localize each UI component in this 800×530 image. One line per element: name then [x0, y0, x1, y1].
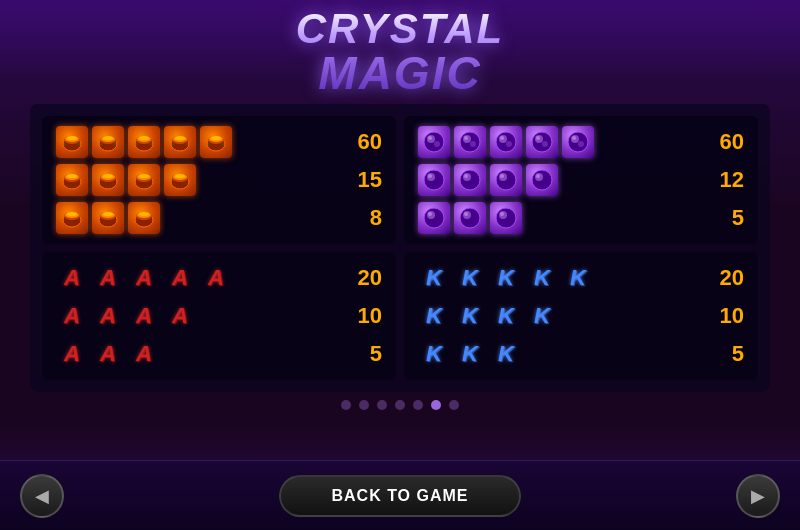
svg-point-60	[428, 136, 432, 140]
a-symbol: A	[92, 338, 124, 370]
svg-point-64	[464, 136, 468, 140]
pay-value: 5	[709, 341, 744, 367]
svg-point-45	[175, 174, 185, 178]
page-dot-5[interactable]	[413, 400, 423, 410]
orb-symbol	[418, 202, 450, 234]
cauldron-symbol	[92, 164, 124, 196]
a-symbol: A	[56, 300, 88, 332]
svg-point-49	[67, 212, 77, 216]
k-symbol: K	[454, 300, 486, 332]
svg-rect-5	[78, 142, 80, 146]
orb-symbol	[490, 164, 522, 196]
page-dot-7[interactable]	[449, 400, 459, 410]
orb-symbol	[562, 126, 594, 158]
svg-point-95	[464, 212, 468, 216]
svg-point-58	[424, 132, 444, 152]
svg-point-81	[460, 170, 480, 190]
a-symbol: A	[164, 300, 196, 332]
svg-point-87	[532, 170, 552, 190]
k-panel: K K K K K 20 K K K K 10 K	[404, 252, 758, 380]
orb-symbol	[526, 126, 558, 158]
cauldron-symbol	[128, 164, 160, 196]
a-symbol: A	[128, 338, 160, 370]
svg-point-73	[542, 141, 548, 147]
symbols-group	[56, 164, 196, 196]
svg-point-76	[572, 136, 576, 140]
k-symbol: K	[490, 262, 522, 294]
a-symbol: A	[200, 262, 232, 294]
svg-point-86	[500, 174, 504, 178]
symbols-group: K K K K	[418, 300, 558, 332]
pay-row: 5	[418, 202, 744, 234]
svg-rect-29	[222, 142, 224, 146]
a-symbol: A	[92, 262, 124, 294]
pay-row: K K K K K 20	[418, 262, 744, 294]
svg-point-93	[460, 208, 480, 228]
cauldron-symbol	[56, 202, 88, 234]
page-dot-3[interactable]	[377, 400, 387, 410]
svg-point-84	[496, 170, 516, 190]
pagination	[341, 400, 459, 410]
a-symbol: A	[128, 262, 160, 294]
pay-row: A A A 5	[56, 338, 382, 370]
cauldron-symbol	[128, 126, 160, 158]
cauldron-symbol	[164, 164, 196, 196]
svg-point-37	[103, 174, 113, 178]
page-dot-1[interactable]	[341, 400, 351, 410]
title-area: CRYSTAL MAGIC	[296, 8, 504, 96]
svg-point-57	[139, 212, 149, 216]
page-dot-4[interactable]	[395, 400, 405, 410]
pay-value: 5	[709, 205, 744, 231]
svg-rect-4	[64, 142, 66, 146]
svg-point-96	[496, 208, 516, 228]
a-symbol: A	[128, 300, 160, 332]
page-dot-6[interactable]	[431, 400, 441, 410]
k-symbol: K	[418, 300, 450, 332]
pay-value: 20	[347, 265, 382, 291]
pay-row: A A A A 10	[56, 300, 382, 332]
pay-value: 15	[347, 167, 382, 193]
orb-symbol	[490, 202, 522, 234]
svg-point-98	[500, 212, 504, 216]
orb-symbol	[418, 126, 450, 158]
back-to-game-button[interactable]: BACK TO GAME	[279, 475, 520, 517]
cauldron-panel: 60 15	[42, 116, 396, 244]
cauldron-symbol	[56, 164, 88, 196]
svg-point-83	[464, 174, 468, 178]
pay-row: 12	[418, 164, 744, 196]
symbols-group: K K K K K	[418, 262, 594, 294]
prev-button[interactable]: ◀	[20, 474, 64, 518]
symbols-group: A A A A A	[56, 262, 232, 294]
pay-row: K K K 5	[418, 338, 744, 370]
symbols-group	[56, 202, 160, 234]
pay-row: 15	[56, 164, 382, 196]
page-dot-2[interactable]	[359, 400, 369, 410]
pay-row: 60	[56, 126, 382, 158]
svg-rect-28	[208, 142, 210, 146]
a-symbol: A	[56, 338, 88, 370]
symbols-group	[418, 202, 522, 234]
paytable-area: 60 15	[30, 104, 770, 392]
svg-rect-17	[150, 142, 152, 146]
orb-symbol	[454, 202, 486, 234]
title-line2: MAGIC	[296, 50, 504, 96]
k-symbol: K	[454, 338, 486, 370]
svg-point-27	[211, 136, 221, 140]
next-button[interactable]: ▶	[736, 474, 780, 518]
k-symbol: K	[526, 300, 558, 332]
orb-symbol	[418, 164, 450, 196]
symbols-group	[418, 126, 594, 158]
svg-point-90	[424, 208, 444, 228]
pay-value: 12	[709, 167, 744, 193]
svg-rect-16	[136, 142, 138, 146]
game-title: CRYSTAL MAGIC	[296, 8, 504, 96]
a-panel: A A A A A 20 A A A A 10 A	[42, 252, 396, 380]
svg-point-89	[536, 174, 540, 178]
svg-point-69	[506, 141, 512, 147]
prev-icon: ◀	[35, 485, 49, 507]
a-symbol: A	[92, 300, 124, 332]
orb-panel: 60 12	[404, 116, 758, 244]
pay-row: K K K K 10	[418, 300, 744, 332]
pay-value: 60	[347, 129, 382, 155]
a-symbol: A	[56, 262, 88, 294]
